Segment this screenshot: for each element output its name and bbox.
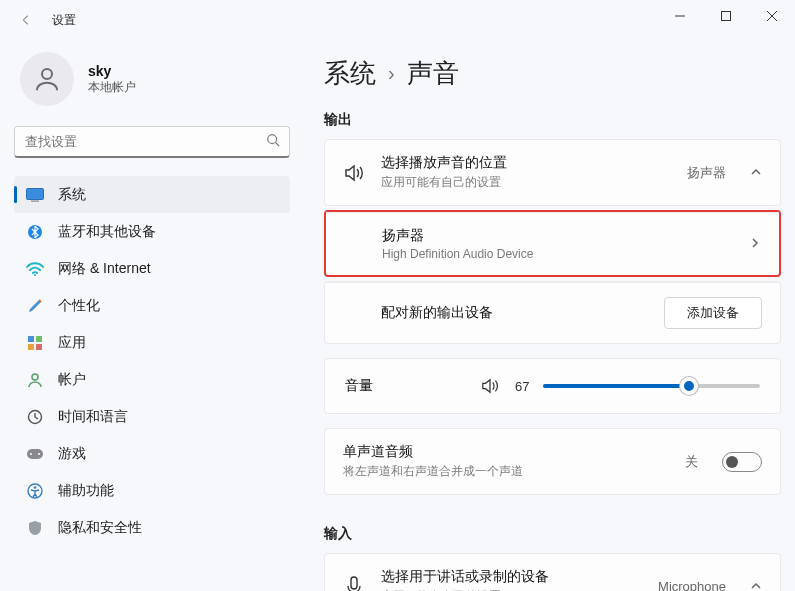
row-title: 单声道音频 <box>343 443 669 461</box>
output-device-row[interactable]: 选择播放声音的位置 应用可能有自己的设置 扬声器 <box>325 140 780 205</box>
row-title: 配对新的输出设备 <box>381 304 648 322</box>
brush-icon <box>26 297 44 315</box>
svg-rect-7 <box>27 188 44 199</box>
gamepad-icon <box>26 445 44 463</box>
mono-audio-row: 单声道音频 将左声道和右声道合并成一个声道 关 <box>325 429 780 494</box>
main-content: 系统 › 声音 输出 选择播放声音的位置 应用可能有自己的设置 扬声器 扬 <box>300 40 795 591</box>
sidebar-item-bluetooth[interactable]: 蓝牙和其他设备 <box>14 213 290 250</box>
breadcrumb: 系统 › 声音 <box>324 56 781 91</box>
nav-label: 时间和语言 <box>58 408 128 426</box>
sidebar-item-privacy[interactable]: 隐私和安全性 <box>14 509 290 546</box>
row-subtitle: 将左声道和右声道合并成一个声道 <box>343 463 669 480</box>
mono-audio-card: 单声道音频 将左声道和右声道合并成一个声道 关 <box>324 428 781 495</box>
section-input-title: 输入 <box>324 525 781 543</box>
svg-point-4 <box>42 69 52 79</box>
svg-rect-1 <box>722 12 731 21</box>
mono-state: 关 <box>685 453 698 471</box>
maximize-icon <box>721 11 731 21</box>
input-device-row[interactable]: 选择用于讲话或录制的设备 应用可能有自己的设置 Microphone <box>325 554 780 591</box>
svg-point-15 <box>32 374 38 380</box>
minimize-button[interactable] <box>657 0 703 32</box>
nav-label: 系统 <box>58 186 86 204</box>
sidebar-item-time-language[interactable]: 时间和语言 <box>14 398 290 435</box>
svg-line-6 <box>276 143 280 147</box>
volume-value: 67 <box>515 379 529 394</box>
input-device-card: 选择用于讲话或录制的设备 应用可能有自己的设置 Microphone <box>324 553 781 591</box>
chevron-right-icon <box>749 235 761 253</box>
sidebar-item-gaming[interactable]: 游戏 <box>14 435 290 472</box>
input-device-value: Microphone <box>658 579 726 591</box>
bluetooth-icon <box>26 223 44 241</box>
microphone-icon <box>343 576 365 592</box>
maximize-button[interactable] <box>703 0 749 32</box>
window-controls <box>657 0 795 32</box>
volume-icon[interactable] <box>479 377 501 395</box>
arrow-left-icon <box>19 13 33 27</box>
breadcrumb-current: 声音 <box>407 56 459 91</box>
section-output-title: 输出 <box>324 111 781 129</box>
pair-device-row: 配对新的输出设备 添加设备 <box>325 282 780 343</box>
minimize-icon <box>675 11 685 21</box>
sidebar: sky 本地帐户 系统 蓝牙和其他设备 网络 & Internet <box>0 40 300 591</box>
nav-label: 应用 <box>58 334 86 352</box>
volume-slider[interactable] <box>543 384 760 388</box>
svg-rect-14 <box>36 344 42 350</box>
profile-name: sky <box>88 63 136 79</box>
sidebar-item-system[interactable]: 系统 <box>14 176 290 213</box>
sidebar-item-accessibility[interactable]: 辅助功能 <box>14 472 290 509</box>
titlebar: 设置 <box>0 0 795 40</box>
pair-device-card: 配对新的输出设备 添加设备 <box>324 281 781 344</box>
nav-list: 系统 蓝牙和其他设备 网络 & Internet 个性化 应用 帐户 <box>14 176 290 546</box>
sidebar-item-accounts[interactable]: 帐户 <box>14 361 290 398</box>
clock-icon <box>26 408 44 426</box>
output-device-value: 扬声器 <box>687 164 726 182</box>
search-icon <box>266 133 280 151</box>
person-icon <box>32 64 62 94</box>
nav-label: 游戏 <box>58 445 86 463</box>
row-title: 选择播放声音的位置 <box>381 154 671 172</box>
row-subtitle: High Definition Audio Device <box>382 247 733 261</box>
svg-rect-8 <box>31 200 39 201</box>
row-title: 选择用于讲话或录制的设备 <box>381 568 642 586</box>
wifi-icon <box>26 260 44 278</box>
volume-label: 音量 <box>345 377 465 395</box>
output-device-card: 选择播放声音的位置 应用可能有自己的设置 扬声器 <box>324 139 781 206</box>
speaker-icon <box>343 163 365 183</box>
svg-point-18 <box>30 453 32 455</box>
volume-card: 音量 67 <box>324 358 781 414</box>
breadcrumb-root[interactable]: 系统 <box>324 56 376 91</box>
svg-point-5 <box>268 135 277 144</box>
nav-label: 网络 & Internet <box>58 260 151 278</box>
sidebar-item-network[interactable]: 网络 & Internet <box>14 250 290 287</box>
chevron-up-icon <box>750 164 762 182</box>
nav-label: 帐户 <box>58 371 86 389</box>
close-icon <box>767 11 777 21</box>
row-subtitle: 应用可能有自己的设置 <box>381 174 671 191</box>
display-icon <box>26 186 44 204</box>
account-icon <box>26 371 44 389</box>
sidebar-item-apps[interactable]: 应用 <box>14 324 290 361</box>
svg-point-10 <box>34 274 36 276</box>
back-button[interactable] <box>12 6 40 34</box>
close-button[interactable] <box>749 0 795 32</box>
chevron-right-icon: › <box>388 62 395 85</box>
mono-toggle[interactable] <box>722 452 762 472</box>
nav-label: 蓝牙和其他设备 <box>58 223 156 241</box>
nav-label: 辅助功能 <box>58 482 114 500</box>
speaker-device-row[interactable]: 扬声器 High Definition Audio Device <box>326 212 779 275</box>
profile-type: 本地帐户 <box>88 79 136 96</box>
nav-label: 隐私和安全性 <box>58 519 142 537</box>
svg-rect-12 <box>36 336 42 342</box>
svg-rect-13 <box>28 344 34 350</box>
accessibility-icon <box>26 482 44 500</box>
svg-rect-17 <box>27 449 43 459</box>
sidebar-item-personalization[interactable]: 个性化 <box>14 287 290 324</box>
svg-point-19 <box>38 453 40 455</box>
profile-block[interactable]: sky 本地帐户 <box>14 52 290 106</box>
search-input[interactable] <box>14 126 290 158</box>
shield-icon <box>26 519 44 537</box>
row-title: 扬声器 <box>382 227 733 245</box>
add-device-button[interactable]: 添加设备 <box>664 297 762 329</box>
svg-point-21 <box>34 486 37 489</box>
svg-rect-11 <box>28 336 34 342</box>
